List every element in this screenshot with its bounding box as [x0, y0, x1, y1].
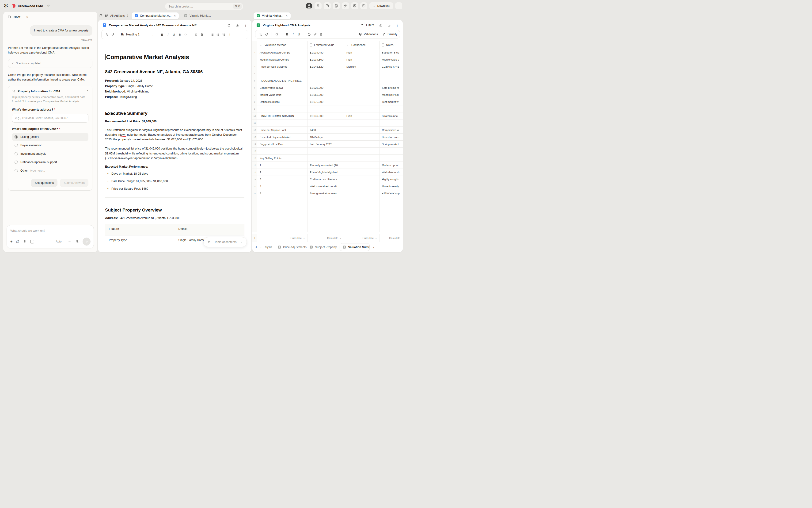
strikethrough-button[interactable]: S [177, 32, 183, 38]
cell-estimated-value[interactable] [307, 211, 344, 218]
row-number[interactable]: 3 [252, 63, 257, 70]
cell-estimated-value[interactable] [307, 77, 344, 84]
cell-valuation-method[interactable]: Conservative (Low) [257, 84, 307, 91]
italic-button[interactable]: I [165, 32, 171, 38]
sheet-tab-analysis[interactable]: alysis [265, 246, 275, 249]
cell-notes[interactable]: Walkable to sh [379, 169, 403, 176]
radio-icon[interactable] [14, 144, 18, 147]
cell-confidence[interactable] [344, 91, 379, 98]
underline-button[interactable]: U [296, 31, 302, 37]
cell-estimated-value[interactable] [307, 197, 344, 204]
star-icon[interactable]: ☆ [47, 4, 50, 8]
cell-estimated-value[interactable]: $1,049,000 [307, 113, 344, 119]
row-number[interactable]: 5 [252, 77, 257, 84]
submit-answers-button[interactable]: Submit Answers [60, 179, 88, 187]
tab-comparative-market-analysis[interactable]: Comparative Market A... ✕ [131, 12, 179, 19]
radio-icon[interactable] [14, 152, 18, 156]
cell-notes[interactable] [379, 211, 403, 218]
cell-estimated-value[interactable] [307, 105, 344, 112]
cell-estimated-value[interactable] [307, 147, 344, 155]
cell-confidence[interactable] [344, 197, 379, 204]
cell-valuation-method[interactable] [257, 120, 307, 126]
cell-confidence[interactable]: High [344, 113, 379, 119]
row-number[interactable]: 20 [252, 183, 257, 190]
actions-completed-toggle[interactable]: ✓ 3 actions completed ⌄ [8, 59, 92, 68]
more-menu-icon[interactable]: ⋮ [244, 23, 247, 27]
row-number[interactable]: 18 [252, 169, 257, 176]
cell-valuation-method[interactable] [257, 105, 307, 112]
cell-estimated-value[interactable]: 18-25 days [307, 134, 344, 140]
chat-composer[interactable]: What should we work on? + @ / Auto ⌄ [7, 225, 94, 248]
calculate-dropdown[interactable]: Calculate [379, 234, 403, 242]
cell-valuation-method[interactable] [257, 211, 307, 218]
model-mode-select[interactable]: Auto ⌄ [56, 240, 64, 243]
cell-valuation-method[interactable] [257, 204, 307, 211]
sheet-tab-subject-property[interactable]: Subject Property [309, 245, 337, 249]
cell-notes[interactable] [379, 77, 403, 84]
cell-confidence[interactable] [344, 190, 379, 197]
tab-virginia-highland-sheet[interactable]: Virginia Highla... ✕ [253, 12, 291, 19]
cell-notes[interactable]: 2,280 sq ft × $ [379, 63, 403, 70]
redo-button[interactable] [264, 31, 270, 37]
add-attachment-button[interactable]: + [10, 240, 12, 244]
cell-valuation-method[interactable]: Expected Days on Market [257, 134, 307, 140]
column-header-estimated-value[interactable]: Estimated Value [307, 41, 344, 49]
cell-valuation-method[interactable]: Price per Square Foot [257, 127, 307, 133]
row-number[interactable]: 13 [252, 134, 257, 140]
cell-confidence[interactable] [344, 162, 379, 169]
cell-notes[interactable]: +21% YoY app [379, 190, 403, 197]
code-button[interactable] [183, 32, 189, 38]
row-number[interactable]: 21 [252, 190, 257, 197]
add-row-button[interactable]: + [252, 234, 257, 242]
cell-confidence[interactable] [344, 204, 379, 211]
share-icon[interactable] [379, 23, 383, 27]
cell-valuation-method[interactable] [257, 197, 307, 204]
purpose-option[interactable]: Other type here... [12, 167, 88, 175]
row-number[interactable]: 15 [252, 147, 257, 155]
send-button[interactable] [83, 238, 91, 246]
chevron-left-icon[interactable]: ‹ [260, 245, 262, 249]
connectors-button[interactable] [315, 2, 322, 9]
cell-confidence[interactable] [344, 147, 379, 155]
undo-button[interactable] [104, 32, 110, 38]
tab-virginia-highland[interactable]: Virginia Highla... [181, 12, 214, 19]
cell-estimated-value[interactable]: $1,050,000 [307, 91, 344, 98]
cell-notes[interactable] [379, 105, 403, 112]
row-number[interactable]: 6 [252, 84, 257, 91]
cell-valuation-method[interactable]: Suggested List Date [257, 141, 307, 147]
notes-button[interactable] [333, 2, 340, 9]
row-number[interactable]: 19 [252, 176, 257, 183]
cell-valuation-method[interactable]: 3 [257, 176, 307, 183]
cell-valuation-method[interactable]: 5 [257, 190, 307, 197]
app-logo-icon[interactable]: ✻ [4, 3, 8, 8]
cell-estimated-value[interactable] [307, 204, 344, 211]
column-header-notes[interactable]: Notes [379, 41, 403, 49]
cell-notes[interactable]: Strategic prici [379, 113, 403, 119]
search-input[interactable]: Search in project... ⌘ K [165, 3, 243, 10]
cell-confidence[interactable] [344, 98, 379, 105]
cell-valuation-method[interactable]: RECOMMENDED LISTING PRICE [257, 77, 307, 84]
cell-confidence[interactable]: Medium [344, 63, 379, 70]
sheet-tab-price-adjustments[interactable]: Price Adjustments [278, 245, 306, 249]
cell-valuation-method[interactable] [257, 225, 307, 232]
more-menu-icon[interactable]: ⋮ [396, 23, 399, 27]
property-info-card-header[interactable]: Property Information for CMA ⌃ [12, 89, 88, 93]
cell-confidence[interactable] [344, 183, 379, 190]
cell-valuation-method[interactable]: 1 [257, 162, 307, 169]
block-style-select[interactable]: H₁ Heading 1 ⌄ [120, 33, 155, 36]
add-sheet-button[interactable]: + [255, 245, 257, 250]
cell-valuation-method[interactable]: Average Adjusted Comps [257, 49, 307, 56]
cell-notes[interactable]: Safe pricing fo [379, 84, 403, 91]
cell-estimated-value[interactable]: $1,034,480 [307, 49, 344, 56]
radio-icon[interactable] [14, 161, 18, 164]
row-number[interactable]: 11 [252, 120, 257, 126]
row-number[interactable]: 2 [252, 56, 257, 63]
address-input[interactable]: e.g., 123 Main Street, Atlanta, GA 30307 [12, 114, 88, 123]
search-button[interactable] [274, 31, 280, 37]
cell-confidence[interactable] [344, 218, 379, 225]
cell-confidence[interactable]: High [344, 49, 379, 56]
cell-valuation-method[interactable] [257, 218, 307, 225]
comments-button[interactable] [351, 2, 358, 9]
toolbar-overflow-button[interactable]: ⋮ [227, 32, 233, 38]
cell-estimated-value[interactable]: $1,034,800 [307, 56, 344, 63]
